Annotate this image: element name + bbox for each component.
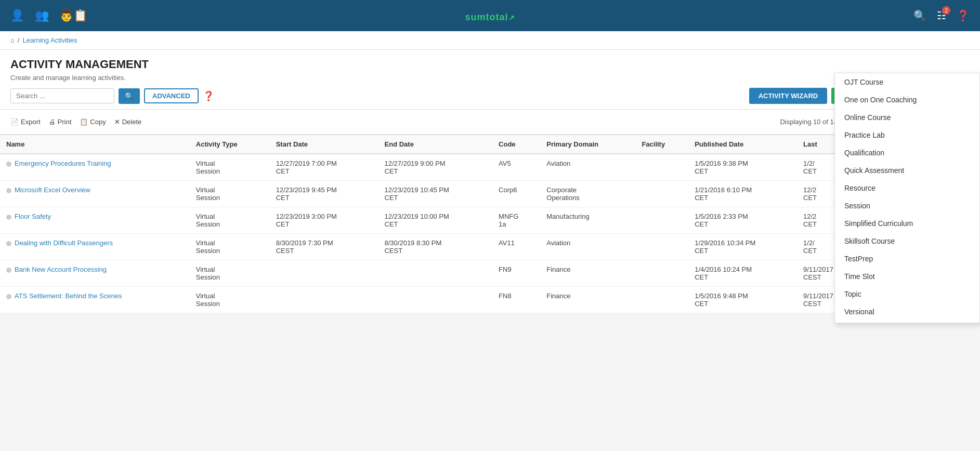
cell-facility [635, 207, 688, 234]
breadcrumb: ⌂ / Learning Activities [0, 31, 980, 50]
logo-accent: ↗ [508, 14, 515, 22]
search-area: 🔍 ADVANCED ❓ [10, 88, 214, 104]
dropdown-menu-item[interactable]: Online Course [835, 109, 979, 126]
print-button[interactable]: 🖨 Print [49, 118, 72, 126]
search-input[interactable] [10, 88, 114, 103]
activity-link[interactable]: ATS Settlement: Behind the Scenes [15, 292, 122, 300]
page-header: ACTIVITY MANAGEMENT Create and manage le… [0, 50, 980, 110]
page-title: ACTIVITY MANAGEMENT [10, 58, 970, 71]
table-row: Dealing with Difficult PassengersVirtual… [0, 234, 980, 260]
cell-code: FN8 [492, 287, 540, 313]
cell-facility [635, 181, 688, 207]
cell-primaryDomain: Aviation [540, 154, 635, 181]
user-icon[interactable]: 👤 [10, 9, 24, 22]
status-dot [6, 188, 11, 193]
dropdown-menu-item[interactable]: Practice Lab [835, 126, 979, 144]
breadcrumb-separator: / [18, 36, 20, 44]
delete-button[interactable]: ✕ Delete [114, 118, 142, 126]
home-icon[interactable]: ⌂ [10, 36, 15, 44]
cell-activityType: Virtual Session [190, 181, 270, 207]
help-icon[interactable]: ❓ [957, 9, 970, 22]
dropdown-menu-item[interactable]: Versional [835, 303, 979, 313]
activity-table-container: Name Activity Type Start Date End Date C… [0, 135, 980, 313]
dropdown-menu-item[interactable]: One on One Coaching [835, 91, 979, 109]
cell-name: Microsoft Excel Overview [0, 181, 190, 207]
page-header-row: 🔍 ADVANCED ❓ ACTIVITY WIZARD FILE UPLOAD… [10, 88, 970, 104]
activity-link[interactable]: Emergency Procedures Training [15, 160, 111, 167]
toolbar-left: 📄 Export 🖨 Print 📋 Copy ✕ Delete [10, 118, 141, 126]
cell-facility [635, 154, 688, 181]
cell-code: MNFG 1a [492, 207, 540, 234]
toolbar: 📄 Export 🖨 Print 📋 Copy ✕ Delete Display… [0, 110, 980, 135]
cell-name: Floor Safety [0, 207, 190, 234]
copy-icon: 📋 [80, 118, 88, 126]
breadcrumb-learning-activities[interactable]: Learning Activities [22, 36, 77, 44]
search-help-icon[interactable]: ❓ [203, 90, 214, 102]
table-row: Floor SafetyVirtual Session12/23/2019 3:… [0, 207, 980, 234]
search-button[interactable]: 🔍 [119, 88, 140, 104]
advanced-button[interactable]: ADVANCED [144, 88, 199, 103]
cell-endDate: 12/23/2019 10:00 PM CET [378, 207, 493, 234]
cell-name: ATS Settlement: Behind the Scenes [0, 287, 190, 313]
activity-wizard-button[interactable]: ACTIVITY WIZARD [749, 88, 828, 104]
notifications-icon[interactable]: ☷ 2 [937, 9, 946, 22]
new-activity-dropdown[interactable]: OJT CourseOne on One CoachingOnline Cour… [834, 73, 980, 313]
cell-facility [635, 260, 688, 287]
cell-code: AV11 [492, 234, 540, 260]
table-row: Emergency Procedures TrainingVirtual Ses… [0, 154, 980, 181]
dropdown-menu-item[interactable]: OJT Course [835, 73, 979, 91]
dropdown-menu-item[interactable]: TestPrep [835, 250, 979, 268]
activity-link[interactable]: Floor Safety [15, 213, 51, 220]
table-header: Name Activity Type Start Date End Date C… [0, 135, 980, 154]
group-icon[interactable]: 👥 [35, 9, 49, 22]
cell-startDate [270, 287, 378, 313]
dropdown-menu-item[interactable]: Qualification [835, 144, 979, 162]
dropdown-menu-item[interactable]: Topic [835, 285, 979, 303]
dropdown-menu-item[interactable]: Quick Assessment [835, 162, 979, 179]
nav-icons-left: 👤 👥 👨‍📋 [10, 9, 87, 22]
print-icon: 🖨 [49, 118, 56, 126]
cell-endDate: 12/23/2019 10:45 PM CET [378, 181, 493, 207]
cell-primaryDomain: Corporate Operations [540, 181, 635, 207]
cell-code: FN9 [492, 260, 540, 287]
top-navigation: 👤 👥 👨‍📋 sumtotal↗ 🔍 ☷ 2 ❓ [0, 0, 980, 31]
cell-endDate [378, 260, 493, 287]
copy-button[interactable]: 📋 Copy [80, 118, 106, 126]
dropdown-menu-item[interactable]: Skillsoft Course [835, 232, 979, 250]
col-code: Code [492, 135, 540, 154]
dropdown-menu-item[interactable]: Simplified Curriculum [835, 215, 979, 232]
cell-endDate: 12/27/2019 9:00 PM CET [378, 154, 493, 181]
col-name: Name [0, 135, 190, 154]
cell-startDate: 12/27/2019 7:00 PM CET [270, 154, 378, 181]
search-icon[interactable]: 🔍 [913, 9, 926, 22]
table-row: ATS Settlement: Behind the ScenesVirtual… [0, 287, 980, 313]
cell-name: Dealing with Difficult Passengers [0, 234, 190, 260]
activity-link[interactable]: Bank New Account Processing [15, 266, 107, 273]
status-dot [6, 294, 11, 299]
cell-activityType: Virtual Session [190, 234, 270, 260]
activity-link[interactable]: Dealing with Difficult Passengers [15, 239, 113, 247]
col-activity-type: Activity Type [190, 135, 270, 154]
cell-activityType: Virtual Session [190, 287, 270, 313]
export-icon: 📄 [10, 118, 19, 126]
dropdown-menu-item[interactable]: Time Slot [835, 268, 979, 285]
status-dot [6, 268, 11, 273]
dropdown-menu-item[interactable]: Session [835, 197, 979, 215]
cell-primaryDomain: Manufacturing [540, 207, 635, 234]
dropdown-scrollbar[interactable]: OJT CourseOne on One CoachingOnline Cour… [835, 73, 979, 313]
col-start-date: Start Date [270, 135, 378, 154]
app-logo: sumtotal↗ [465, 8, 515, 24]
export-button[interactable]: 📄 Export [10, 118, 41, 126]
add-user-icon[interactable]: 👨‍📋 [59, 9, 87, 22]
cell-activityType: Virtual Session [190, 154, 270, 181]
status-dot [6, 241, 11, 246]
dropdown-menu-item[interactable]: Resource [835, 179, 979, 197]
page-subtitle: Create and manage learning activities. [10, 74, 970, 82]
cell-activityType: Virtual Session [190, 260, 270, 287]
cell-name: Bank New Account Processing [0, 260, 190, 287]
cell-endDate [378, 287, 493, 313]
cell-publishedDate: 1/29/2016 10:34 PM CET [688, 234, 797, 260]
cell-activityType: Virtual Session [190, 207, 270, 234]
activity-link[interactable]: Microsoft Excel Overview [15, 186, 90, 194]
notification-badge: 2 [942, 6, 950, 15]
